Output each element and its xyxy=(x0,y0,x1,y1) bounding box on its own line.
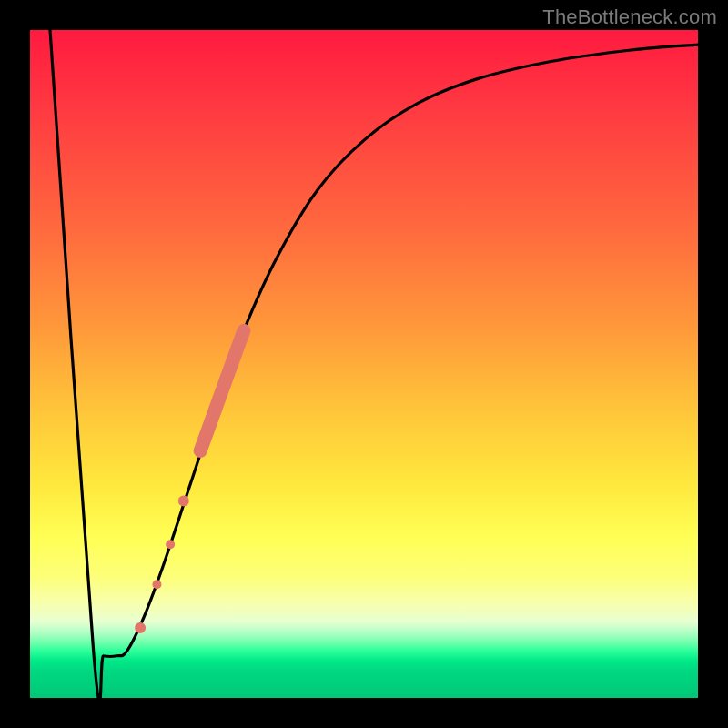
watermark-text: TheBottleneck.com xyxy=(542,5,717,29)
highlighted-segment xyxy=(200,330,244,450)
highlight-dot xyxy=(178,495,189,506)
curve-svg xyxy=(30,30,698,698)
chart-frame: TheBottleneck.com xyxy=(0,0,728,728)
highlight-dot xyxy=(166,540,175,549)
bottleneck-curve xyxy=(50,30,698,703)
thick-segment-line xyxy=(200,330,244,450)
plot-area xyxy=(30,30,698,698)
bottleneck-curve-path xyxy=(50,30,698,703)
highlight-dot xyxy=(152,580,161,589)
highlight-dot xyxy=(135,622,146,633)
